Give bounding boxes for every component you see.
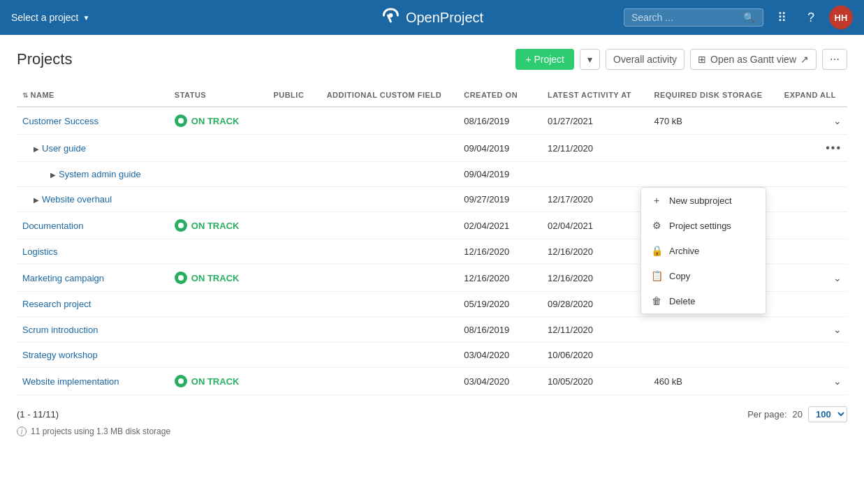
cell-created-on: 03/04/2020 [458,368,542,395]
context-menu-item[interactable]: ⚙Project settings [641,213,766,238]
cell-status: ON TRACK [169,107,268,135]
cell-public [268,292,321,317]
top-navigation: Select a project ▼ OpenProject 🔍 ⠿ ? HH [0,0,864,35]
cell-disk-storage [648,317,778,343]
cell-custom-field [321,317,459,343]
cell-created-on: 02/04/2021 [458,212,542,239]
external-link-icon: ↗ [800,54,809,65]
filter-icon: ▾ [587,54,592,65]
cell-expand [779,292,847,317]
table-row: ▶System admin guide09/04/2019 [17,162,847,187]
status-text: ON TRACK [191,376,240,387]
cell-latest-activity: 12/16/2020 [542,265,648,292]
project-name-link[interactable]: Documentation [22,221,83,231]
disk-info: i 11 projects using 1.3 MB disk storage [17,427,847,436]
context-menu: +New subproject⚙Project settings🔒Archive… [640,187,766,314]
project-name-link[interactable]: Scrum introduction [22,325,98,335]
cell-status [169,292,268,317]
cell-latest-activity: 10/05/2020 [542,368,648,395]
table-row: Strategy workshop03/04/202010/06/2020 [17,343,847,368]
project-name-link[interactable]: Logistics [22,246,58,257]
project-name-link[interactable]: Website implementation [22,376,119,387]
logo-icon [381,8,400,27]
help-button[interactable]: ? [800,6,822,29]
cell-public [268,107,321,135]
avatar[interactable]: HH [829,6,853,29]
per-page-select[interactable]: 100 20 50 [808,406,847,422]
expand-arrow-icon[interactable]: ▶ [50,171,56,179]
cell-name: Customer Success [17,107,169,135]
cell-name: ▶Website overhaul [17,187,169,212]
chevron-down-icon[interactable]: ⌄ [833,115,842,126]
more-options-button[interactable]: ⋯ [822,49,847,70]
cell-status: ON TRACK [169,212,268,239]
search-input[interactable] [631,12,743,23]
context-menu-item[interactable]: 📋Copy [641,263,766,288]
chevron-down-icon[interactable]: ⌄ [833,376,842,387]
page-title: Projects [17,50,515,68]
context-menu-item[interactable]: 🗑Delete [641,288,766,313]
overall-activity-button[interactable]: Overall activity [606,49,684,70]
cell-status: ON TRACK [169,368,268,395]
context-menu-item[interactable]: +New subproject [641,188,766,213]
menu-item-label: Archive [669,246,699,256]
cell-expand: ⌄ [779,368,847,395]
cell-custom-field [321,187,459,212]
info-icon: i [17,427,27,436]
cell-custom-field [321,292,459,317]
table-row: Customer SuccessON TRACK08/16/201901/27/… [17,107,847,135]
chevron-down-icon[interactable]: ⌄ [833,272,842,283]
nav-right-actions: 🔍 ⠿ ? HH [624,6,853,29]
main-content: Projects + Project ▾ Overall activity ⊞ … [0,35,864,504]
cell-custom-field [321,212,459,239]
cell-custom-field [321,162,459,187]
cell-public [268,343,321,368]
th-expand-all[interactable]: EXPAND ALL [779,84,847,107]
cell-public [268,265,321,292]
chevron-down-icon[interactable]: ⌄ [833,324,842,335]
project-name-link[interactable]: Customer Success [22,116,98,126]
context-menu-item[interactable]: 🔒Archive [641,238,766,263]
th-disk-storage: REQUIRED DISK STORAGE [648,84,778,107]
th-custom-field: ADDITIONAL CUSTOM FIELD [321,84,459,107]
new-project-button[interactable]: + Project [515,49,574,70]
per-page-label: Per page: [747,409,786,420]
expand-arrow-icon[interactable]: ▶ [34,196,39,204]
project-name-link[interactable]: System admin guide [59,169,141,179]
th-created-on: CREATED ON [458,84,542,107]
search-box[interactable]: 🔍 [624,8,763,27]
menu-item-icon: 🗑 [651,295,662,306]
logo-area: OpenProject [381,8,483,27]
cell-latest-activity [542,162,648,187]
table-row: Website implementationON TRACK03/04/2020… [17,368,847,395]
project-name-link[interactable]: Website overhaul [42,194,112,205]
cell-name: ▶System admin guide [17,162,169,187]
expand-arrow-icon[interactable]: ▶ [34,145,39,153]
project-name-link[interactable]: Research project [22,299,91,309]
per-page-control: Per page: 20 100 20 50 [747,406,847,422]
project-name-link[interactable]: User guide [42,143,86,154]
cell-latest-activity: 09/28/2020 [542,292,648,317]
cell-name: Marketing campaign [17,265,169,292]
project-name-link[interactable]: Marketing campaign [22,273,104,283]
cell-status [169,317,268,343]
gantt-view-button[interactable]: ⊞ Open as Gantt view ↗ [690,49,817,70]
header-actions: + Project ▾ Overall activity ⊞ Open as G… [515,49,847,70]
cell-disk-storage [648,162,778,187]
cell-created-on: 12/16/2020 [458,265,542,292]
row-dots-button[interactable]: ••• [826,142,842,154]
apps-grid-button[interactable]: ⠿ [770,6,793,29]
cell-name: Logistics [17,239,169,265]
cell-created-on: 12/16/2020 [458,239,542,265]
cell-public [268,368,321,395]
select-project-dropdown[interactable]: Select a project ▼ [11,12,89,23]
project-name-link[interactable]: Strategy workshop [22,350,98,360]
cell-expand [779,187,847,212]
cell-latest-activity: 01/27/2021 [542,107,648,135]
cell-latest-activity: 12/11/2020 [542,317,648,343]
cell-name: ▶User guide [17,135,169,162]
filter-button[interactable]: ▾ [580,49,600,70]
cell-custom-field [321,107,459,135]
th-name: ⇅ NAME [17,84,169,107]
cell-custom-field [321,239,459,265]
